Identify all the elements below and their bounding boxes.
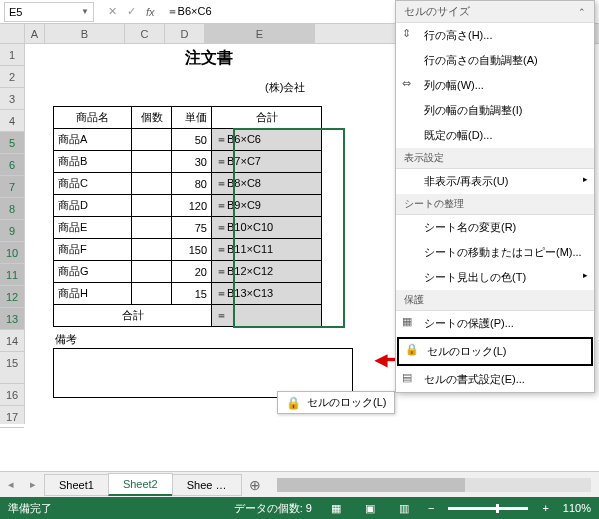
cell-lock-tooltip[interactable]: 🔒 セルのロック(L) [277, 391, 395, 414]
cell[interactable]: ＝B7×C7 [212, 151, 322, 173]
remark-label[interactable]: 備考 [55, 332, 77, 347]
cell[interactable]: 30 [172, 151, 212, 173]
menu-format[interactable]: ▤セルの書式設定(E)... [396, 367, 594, 392]
scrollbar-thumb[interactable] [277, 478, 466, 492]
row-header[interactable]: 13 [0, 308, 24, 330]
accept-icon[interactable]: ✓ [127, 5, 136, 18]
menu-move[interactable]: シートの移動またはコピー(M)... [396, 240, 594, 265]
cell[interactable]: 120 [172, 195, 212, 217]
row-header[interactable]: 11 [0, 264, 24, 286]
cell[interactable]: 商品A [54, 129, 132, 151]
cell[interactable] [132, 173, 172, 195]
cell[interactable]: 50 [172, 129, 212, 151]
cell[interactable]: 商品E [54, 217, 132, 239]
chevron-down-icon[interactable]: ▼ [81, 7, 89, 16]
chevron-up-icon[interactable]: ⌃ [578, 7, 586, 17]
th-total[interactable]: 合計 [212, 107, 322, 129]
row-header[interactable]: 7 [0, 176, 24, 198]
cell[interactable]: 75 [172, 217, 212, 239]
th-price[interactable]: 単価 [172, 107, 212, 129]
row-header[interactable]: 1 [0, 44, 24, 66]
cell[interactable]: 15 [172, 283, 212, 305]
row-header[interactable]: 12 [0, 286, 24, 308]
col-header[interactable]: C [125, 24, 165, 43]
view-layout-icon[interactable]: ▣ [360, 500, 380, 516]
col-header[interactable]: B [45, 24, 125, 43]
menu-tab-color[interactable]: シート見出しの色(T)▸ [396, 265, 594, 290]
sheet-tab[interactable]: Sheet1 [44, 474, 109, 496]
row-header[interactable]: 6 [0, 154, 24, 176]
cell[interactable]: ＝B10×C10 [212, 217, 322, 239]
cell[interactable]: ＝ [212, 305, 322, 327]
cell[interactable]: 150 [172, 239, 212, 261]
col-header[interactable]: E [205, 24, 315, 43]
zoom-out-button[interactable]: − [428, 502, 434, 514]
zoom-value[interactable]: 110% [563, 502, 591, 514]
row-header[interactable]: 2 [0, 66, 24, 88]
cell[interactable]: ＝B8×C8 [212, 173, 322, 195]
select-all-corner[interactable] [0, 24, 25, 43]
cell[interactable] [132, 129, 172, 151]
menu-protect[interactable]: ▦シートの保護(P)... [396, 311, 594, 336]
sheet-tab[interactable]: Sheet2 [108, 473, 173, 496]
cell[interactable] [132, 217, 172, 239]
row-header[interactable]: 15 [0, 352, 24, 384]
name-box[interactable]: E5 ▼ [4, 2, 94, 22]
row-header[interactable]: 3 [0, 88, 24, 110]
cell[interactable]: 商品F [54, 239, 132, 261]
row-header[interactable]: 8 [0, 198, 24, 220]
cell[interactable]: 商品C [54, 173, 132, 195]
cell[interactable] [132, 239, 172, 261]
cell[interactable] [132, 195, 172, 217]
cell[interactable]: 80 [172, 173, 212, 195]
cancel-icon[interactable]: ✕ [108, 5, 117, 18]
th-qty[interactable]: 個数 [132, 107, 172, 129]
view-normal-icon[interactable]: ▦ [326, 500, 346, 516]
menu-hide-show[interactable]: 非表示/再表示(U)▸ [396, 169, 594, 194]
menu-row-auto[interactable]: 行の高さの自動調整(A) [396, 48, 594, 73]
tooltip-text: セルのロック(L) [307, 395, 386, 410]
menu-lock[interactable]: 🔒セルのロック(L) [397, 337, 593, 366]
add-sheet-button[interactable]: ⊕ [241, 477, 269, 493]
col-header[interactable]: D [165, 24, 205, 43]
cell[interactable] [132, 261, 172, 283]
row-header[interactable]: 14 [0, 330, 24, 352]
fx-icon[interactable]: fx [146, 6, 155, 18]
col-width-icon: ⇔ [402, 77, 411, 90]
cell[interactable] [132, 151, 172, 173]
col-header[interactable]: A [25, 24, 45, 43]
cell[interactable] [132, 283, 172, 305]
format-icon: ▤ [402, 371, 412, 384]
menu-row-height[interactable]: ⇕行の高さ(H)... [396, 23, 594, 48]
zoom-slider[interactable] [448, 507, 528, 510]
row-header[interactable]: 17 [0, 406, 24, 428]
cell[interactable]: 商品G [54, 261, 132, 283]
tab-nav-prev[interactable]: ◂ [0, 478, 22, 491]
cell[interactable]: ＝B12×C12 [212, 261, 322, 283]
cell[interactable]: ＝B13×C13 [212, 283, 322, 305]
menu-col-auto[interactable]: 列の幅の自動調整(I) [396, 98, 594, 123]
zoom-in-button[interactable]: + [542, 502, 548, 514]
total-label[interactable]: 合計 [54, 305, 212, 327]
cell[interactable]: ＝B6×C6 [212, 129, 322, 151]
cell[interactable]: ＝B9×C9 [212, 195, 322, 217]
row-header[interactable]: 10 [0, 242, 24, 264]
cell[interactable]: 商品B [54, 151, 132, 173]
cell[interactable]: 20 [172, 261, 212, 283]
cell[interactable]: 商品D [54, 195, 132, 217]
view-break-icon[interactable]: ▥ [394, 500, 414, 516]
cell[interactable]: 商品H [54, 283, 132, 305]
row-header[interactable]: 9 [0, 220, 24, 242]
zoom-thumb[interactable] [496, 504, 499, 513]
menu-col-width[interactable]: ⇔列の幅(W)... [396, 73, 594, 98]
row-header[interactable]: 16 [0, 384, 24, 406]
th-name[interactable]: 商品名 [54, 107, 132, 129]
row-header[interactable]: 5 [0, 132, 24, 154]
cell[interactable]: ＝B11×C11 [212, 239, 322, 261]
sheet-tab[interactable]: Shee … [172, 474, 242, 496]
menu-rename[interactable]: シート名の変更(R) [396, 215, 594, 240]
tab-nav-next[interactable]: ▸ [22, 478, 44, 491]
horizontal-scrollbar[interactable] [277, 478, 592, 492]
row-header[interactable]: 4 [0, 110, 24, 132]
menu-def-width[interactable]: 既定の幅(D)... [396, 123, 594, 148]
